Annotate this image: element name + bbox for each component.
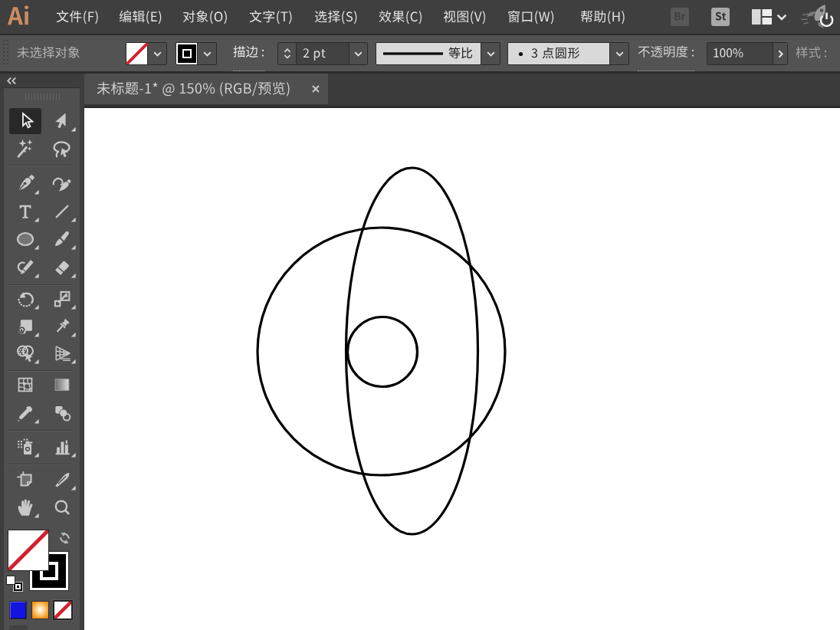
controlbar-grip[interactable] [2, 38, 9, 67]
eraser-tool[interactable] [46, 254, 78, 281]
flyout-triangle-icon [34, 359, 39, 364]
opacity-expand-button[interactable] [773, 43, 787, 64]
menu-object[interactable]: 对象(O) [182, 0, 228, 34]
gradient-tool[interactable] [46, 372, 78, 398]
column-graph-icon [52, 437, 72, 457]
direct-selection-icon [52, 111, 72, 131]
flyout-triangle-icon [71, 126, 76, 132]
magic-wand-tool[interactable] [9, 136, 41, 162]
flyout-triangle-icon [34, 189, 39, 195]
brush-select[interactable]: 3 点圆形 [508, 43, 610, 64]
lasso-tool[interactable] [46, 136, 78, 162]
puppet-warp-tool[interactable] [46, 313, 78, 340]
large-circle-shape[interactable] [258, 228, 505, 475]
flyout-triangle-icon [71, 273, 76, 278]
workspace-switcher-icon[interactable] [751, 8, 773, 25]
opacity-field[interactable]: 100% [707, 43, 773, 64]
menu-effect[interactable]: 效果(C) [379, 0, 423, 34]
line-segment-tool[interactable] [46, 199, 78, 225]
slice-tool[interactable] [46, 467, 78, 493]
blend-tool[interactable] [46, 400, 78, 426]
chevron-up-icon [284, 48, 291, 53]
opacity-control: 100% [707, 42, 788, 65]
artboard-tool[interactable] [9, 467, 41, 493]
zoom-tool[interactable] [46, 494, 78, 520]
shape-builder-tool[interactable] [9, 340, 41, 366]
toolbar-separator [8, 284, 71, 285]
warp-tool[interactable] [9, 313, 41, 340]
stroke-chevron-button[interactable] [198, 43, 216, 64]
flyout-triangle-icon [71, 485, 76, 491]
flyout-triangle-icon [34, 418, 39, 424]
flyout-triangle-icon [71, 332, 76, 337]
type-tool[interactable] [9, 199, 41, 225]
mesh-tool[interactable] [9, 372, 41, 398]
perspective-grid-icon [52, 343, 72, 363]
gradient-mode-button[interactable] [31, 601, 49, 619]
flyout-triangle-icon [34, 332, 39, 337]
draw-mode-button[interactable] [9, 625, 28, 630]
stock-button[interactable]: St [711, 8, 730, 26]
eyedropper-tool[interactable] [9, 400, 41, 426]
tools-panel-grip[interactable] [25, 94, 61, 100]
curvature-icon [52, 174, 72, 194]
menu-select[interactable]: 选择(S) [314, 0, 358, 34]
chevron-right-icon [778, 50, 783, 58]
fill-swatch[interactable] [126, 43, 148, 64]
width-profile-select[interactable]: 等比 [376, 43, 481, 64]
pen-icon [15, 174, 35, 194]
lasso-icon [52, 139, 72, 159]
gpu-performance-icon[interactable] [800, 2, 835, 32]
paintbrush-tool[interactable] [46, 226, 78, 252]
stroke-weight-stepper[interactable] [278, 43, 297, 64]
selection-tool[interactable] [9, 108, 41, 134]
stroke-weight-label[interactable]: 描边 : [233, 35, 264, 71]
hand-tool[interactable] [9, 494, 41, 520]
rocket-power-icon [800, 2, 835, 32]
bridge-button[interactable]: Br [671, 8, 689, 26]
none-mode-button[interactable] [53, 600, 73, 620]
stroke-swatch[interactable] [176, 43, 198, 64]
type-icon [15, 202, 35, 221]
small-circle-shape[interactable] [348, 317, 418, 387]
color-mode-button[interactable] [9, 601, 27, 619]
document-tab[interactable]: 未标题-1* @ 150% (RGB/预览) [84, 74, 328, 104]
brush-chevron[interactable] [610, 43, 628, 64]
selection-status: 未选择对象 [17, 35, 80, 71]
stroke-weight-field[interactable]: 2 pt [297, 43, 349, 64]
fill-color-indicator[interactable] [8, 530, 49, 571]
width-profile-chevron[interactable] [481, 43, 500, 64]
menu-file[interactable]: 文件(F) [56, 0, 100, 34]
chevron-down-icon[interactable] [776, 14, 787, 21]
shaper-tool[interactable] [9, 254, 41, 281]
column-graph-tool[interactable] [46, 434, 78, 460]
stroke-color-control [176, 42, 217, 65]
vertical-ellipse-shape[interactable] [346, 168, 478, 534]
menu-help[interactable]: 帮助(H) [580, 0, 626, 34]
curvature-tool[interactable] [46, 171, 78, 197]
ellipse-tool[interactable] [9, 226, 41, 252]
menu-window[interactable]: 窗口(W) [507, 0, 555, 34]
tab-close-icon[interactable] [311, 84, 320, 94]
default-fill-stroke-icon[interactable] [6, 576, 23, 592]
zoom-icon [52, 497, 72, 517]
opacity-label[interactable]: 不透明度 : [638, 35, 694, 71]
artboard-canvas[interactable] [84, 108, 840, 630]
scale-tool[interactable] [46, 286, 78, 312]
rotate-tool[interactable] [9, 286, 41, 312]
blend-icon [52, 403, 72, 423]
symbol-sprayer-tool[interactable] [9, 434, 41, 460]
menu-edit[interactable]: 编辑(E) [119, 0, 162, 34]
pen-tool[interactable] [9, 171, 41, 197]
direct-selection-tool[interactable] [46, 108, 78, 134]
ellipse-icon [15, 229, 35, 249]
flyout-triangle-icon [34, 244, 39, 250]
swap-fill-stroke-icon[interactable] [57, 531, 73, 545]
menu-type[interactable]: 文字(T) [249, 0, 293, 34]
fill-chevron-button[interactable] [148, 43, 166, 64]
stroke-weight-chevron[interactable] [349, 43, 367, 64]
menu-view[interactable]: 视图(V) [443, 0, 487, 34]
collapse-panel-icon[interactable] [6, 77, 17, 85]
perspective-grid-tool[interactable] [46, 340, 78, 366]
toolbar-separator [8, 165, 71, 166]
